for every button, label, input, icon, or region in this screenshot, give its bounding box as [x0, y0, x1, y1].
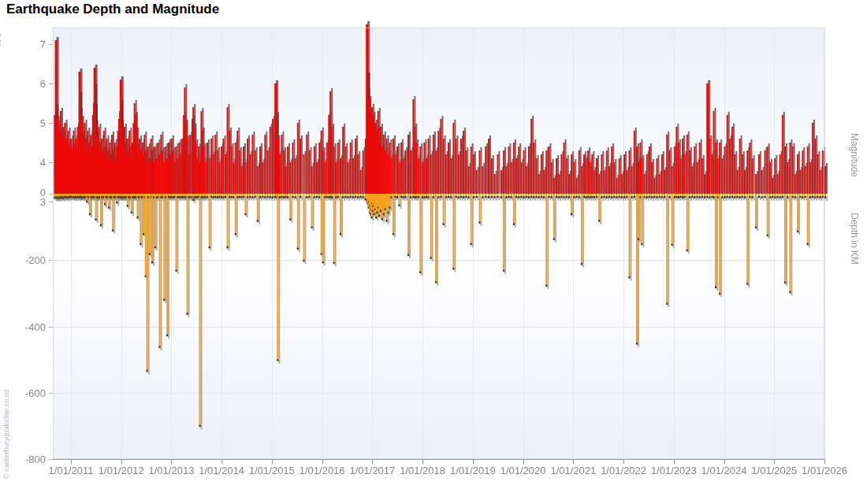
chart-plot-canvas[interactable]: [0, 0, 867, 504]
earthquake-chart: Earthquake Depth and Magnitude 8:28pm © …: [0, 0, 867, 504]
